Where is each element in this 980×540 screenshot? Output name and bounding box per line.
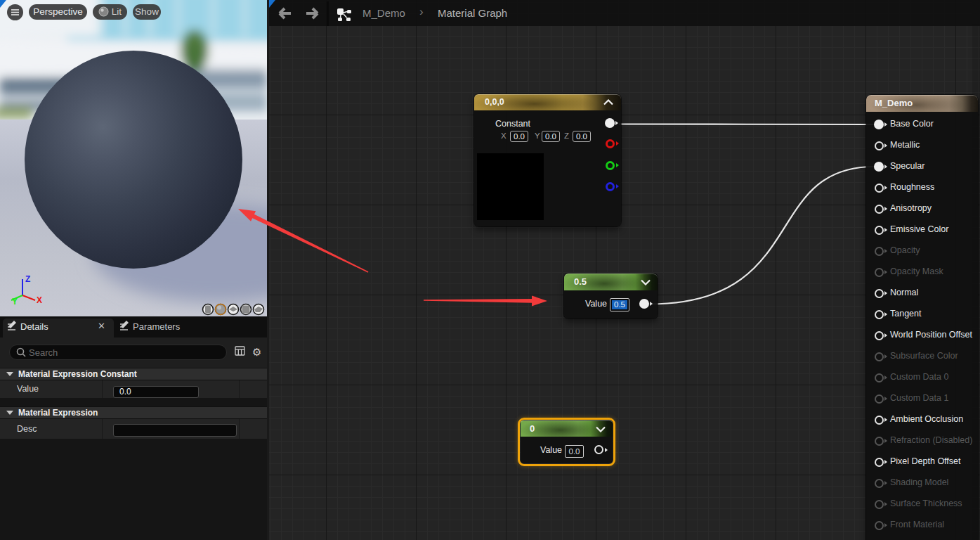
svg-text:Y: Y	[12, 297, 18, 307]
svg-text:Z: Z	[25, 274, 30, 284]
svg-text:⚙: ⚙	[252, 346, 261, 358]
svg-text:X: X	[37, 295, 42, 305]
